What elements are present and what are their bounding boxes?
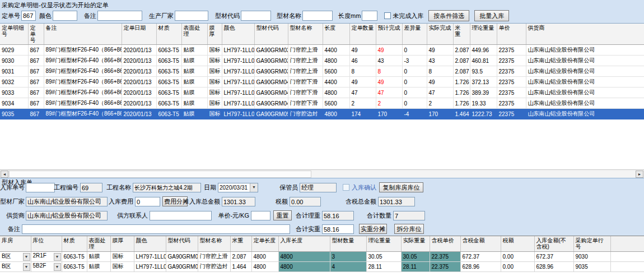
cell[interactable]: 门帘腔上滑 xyxy=(198,251,230,261)
cell[interactable]: 国标 xyxy=(207,56,222,66)
cell[interactable]: 170 xyxy=(427,109,453,119)
cell[interactable]: 672.37 xyxy=(460,251,501,261)
filter-length-input[interactable] xyxy=(362,11,377,21)
cell[interactable]: 2.087 xyxy=(453,56,470,66)
table-row[interactable]: 902986789#门框型材F26-F40（866+867）2020/01/13… xyxy=(0,45,644,56)
fee-share-button[interactable]: 费用分摊 xyxy=(162,196,188,206)
column-header[interactable]: 理论重量 xyxy=(470,24,497,45)
total-theory-weight-input[interactable] xyxy=(322,211,354,220)
cell[interactable]: GA90GRM03 xyxy=(254,45,288,56)
unit-price-input[interactable] xyxy=(251,211,270,220)
cell[interactable]: 5600 xyxy=(323,98,349,109)
dropdown-arrow-icon[interactable]: ▼ xyxy=(23,253,30,261)
cell[interactable]: 门帘腔下滑 xyxy=(288,88,323,98)
cell[interactable]: 8 xyxy=(376,66,402,77)
cell[interactable]: 28.11 xyxy=(366,261,401,272)
column-header[interactable]: 供货商 xyxy=(526,24,644,45)
scrollbar-thumb[interactable] xyxy=(9,171,311,178)
cell[interactable]: 国标 xyxy=(207,109,222,119)
calendar-dropdown-icon[interactable]: ▼ xyxy=(250,183,258,192)
cell[interactable]: 2.087 xyxy=(453,66,470,77)
cell[interactable]: 174 xyxy=(349,109,376,119)
cell[interactable]: 2 xyxy=(349,98,376,109)
cell[interactable]: 贴膜 xyxy=(181,109,207,119)
cell[interactable]: 山东南山铝业股份有限公司 xyxy=(526,66,644,77)
cell[interactable]: GA90GRM04 xyxy=(254,98,288,109)
cell[interactable]: 22.375 xyxy=(430,251,460,261)
cell[interactable]: 门帘腔边封 xyxy=(288,109,323,119)
cell[interactable]: GA90GRM05 xyxy=(166,261,198,272)
cell[interactable]: 国标 xyxy=(207,45,222,56)
column-header[interactable]: 膜厚 xyxy=(110,236,134,251)
column-header[interactable]: 定单明细号 xyxy=(0,24,28,45)
project-no-input[interactable] xyxy=(80,183,102,192)
column-header[interactable]: 材质 xyxy=(156,24,181,45)
cell[interactable]: 山东南山铝业股份有限公司 xyxy=(526,56,644,66)
cell[interactable]: 49 xyxy=(427,77,453,88)
cell[interactable]: 449.96 xyxy=(470,45,497,56)
cell[interactable]: 49 xyxy=(349,45,376,56)
cell[interactable]: 89#门框型材F26-F40（866+867） xyxy=(44,56,122,66)
cell[interactable]: 8 xyxy=(349,66,376,77)
cell[interactable]: LH797-1LL0 xyxy=(222,77,254,88)
table-row[interactable]: ▼B区▼2R1F6063-T5贴膜国标LH797-1LL0GA90GRM03门帘… xyxy=(0,251,644,261)
filter-profile-code-input[interactable] xyxy=(241,11,271,21)
cell[interactable]: 国标 xyxy=(110,251,134,261)
cell[interactable]: 2 xyxy=(376,98,402,109)
supplier-input[interactable] xyxy=(26,211,108,220)
cell[interactable]: 867 xyxy=(28,109,44,119)
cell[interactable]: LH797-1LL0 xyxy=(222,98,254,109)
cell[interactable]: 389.39 xyxy=(470,88,497,98)
cell[interactable]: 0.00 xyxy=(501,261,534,272)
cell[interactable]: 门帘腔边封 xyxy=(198,261,230,272)
cell[interactable]: LH797-1LL0 xyxy=(222,56,254,66)
cell[interactable]: 30.05 xyxy=(401,251,430,261)
cell[interactable]: 47 xyxy=(427,88,453,98)
column-header[interactable]: 型材代码 xyxy=(254,24,288,45)
total-qty-input[interactable] xyxy=(393,211,425,220)
cell[interactable]: ▼2R1F xyxy=(31,251,62,261)
cell[interactable]: 9030 xyxy=(573,251,610,261)
cell[interactable]: 9035 xyxy=(0,109,28,119)
supplier-contact-input[interactable] xyxy=(150,211,212,220)
column-header[interactable]: 颜色 xyxy=(134,236,166,251)
filter-remark-input[interactable] xyxy=(97,11,142,21)
cell[interactable]: 门帘腔下滑 xyxy=(288,98,323,109)
column-header[interactable]: 预计完成 xyxy=(376,24,402,45)
cell[interactable]: 贴膜 xyxy=(181,45,207,56)
column-header[interactable]: 型材代码 xyxy=(166,236,198,251)
cell[interactable]: 628.96 xyxy=(534,261,573,272)
cell[interactable]: 89#门框型材F26-F40（866+867） xyxy=(44,109,122,119)
cell[interactable]: 5600 xyxy=(323,66,349,77)
cell[interactable]: 贴膜 xyxy=(87,251,110,261)
cell[interactable]: LH797-1LL0 xyxy=(222,109,254,119)
cell[interactable]: 89#门框型材F26-F40（866+867） xyxy=(44,45,122,56)
cell[interactable]: 22375 xyxy=(497,77,526,88)
cell[interactable]: 1.464 xyxy=(453,109,470,119)
cell[interactable]: 2020/01/13 xyxy=(122,45,156,56)
cell[interactable]: ▼B区 xyxy=(0,261,31,272)
column-header[interactable]: 库房 xyxy=(0,236,31,251)
cell[interactable]: 89#门框型材F26-F40（866+867） xyxy=(44,66,122,77)
cell[interactable]: 1.726 xyxy=(453,77,470,88)
column-header[interactable]: 表面处理 xyxy=(181,24,207,45)
column-header[interactable]: 库位 xyxy=(31,236,62,251)
cell[interactable]: 372.13 xyxy=(470,77,497,88)
column-header[interactable]: 实际完成 xyxy=(427,24,453,45)
cell[interactable]: 9033 xyxy=(0,88,28,98)
column-header[interactable]: 型材数量 xyxy=(330,236,366,251)
cell[interactable]: 30.05 xyxy=(366,251,401,261)
cell[interactable]: GA90GRM03 xyxy=(254,56,288,66)
column-header[interactable]: 膜厚 xyxy=(207,24,222,45)
cell[interactable]: 贴膜 xyxy=(181,77,207,88)
cell[interactable]: 门帘腔上滑 xyxy=(288,66,323,77)
cell[interactable]: 山东南山铝业股份有限公司 xyxy=(526,45,644,56)
cell[interactable]: 贴膜 xyxy=(87,261,110,272)
column-header[interactable]: 差异量 xyxy=(402,24,427,45)
unfinished-inbound-checkbox[interactable] xyxy=(384,12,391,19)
cell[interactable]: 867 xyxy=(28,77,44,88)
inbound-no-input[interactable] xyxy=(26,183,55,192)
inbound-confirm-checkbox[interactable] xyxy=(343,184,349,191)
cell[interactable]: 6063-T5 xyxy=(156,66,181,77)
cell[interactable]: 9031 xyxy=(0,66,28,77)
